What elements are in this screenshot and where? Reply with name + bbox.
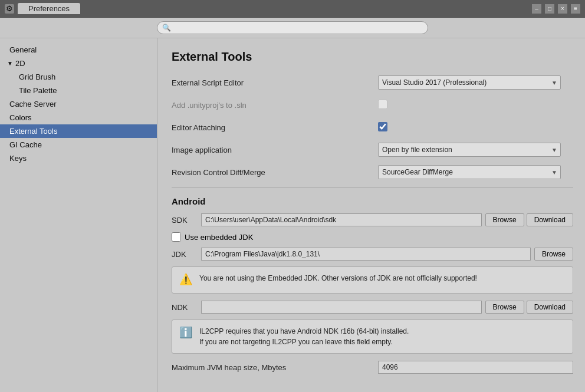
revision-dropdown-wrapper: SourceGear DiffMerge TortoiseMerge WinMe… [378, 165, 561, 179]
section-divider [172, 187, 573, 188]
sidebar-item-keys[interactable]: Keys [0, 151, 157, 165]
ndk-buttons: Browse Download [485, 301, 573, 314]
sidebar-item-colors[interactable]: Colors [0, 111, 157, 124]
warning-icon: ⚠️ [179, 273, 193, 287]
search-icon: 🔍 [162, 24, 171, 32]
sidebar-item-general[interactable]: General [0, 43, 157, 57]
title-bar: ⚙ Preferences – □ × ≡ [0, 0, 585, 18]
sdk-row: SDK Browse Download [172, 213, 573, 226]
ndk-info-line2: If you are not targeting IL2CPP you can … [199, 338, 393, 346]
image-app-dropdown-wrapper: Open by file extension Adobe Photoshop G… [378, 143, 561, 157]
editor-attaching-label: Editor Attaching [172, 123, 378, 132]
sidebar-item-cache-server[interactable]: Cache Server [0, 97, 157, 111]
sdk-buttons: Browse Download [485, 213, 573, 226]
jdk-warning-text: You are not using the Embedded JDK. Othe… [199, 273, 477, 284]
sdk-download-button[interactable]: Download [527, 213, 573, 226]
jdk-warning-box: ⚠️ You are not using the Embedded JDK. O… [172, 266, 573, 294]
search-bar: 🔍 [0, 18, 585, 38]
revision-control: SourceGear DiffMerge TortoiseMerge WinMe… [378, 165, 573, 179]
embed-jdk-label: Use embedded JDK [185, 233, 253, 242]
script-editor-control: Visual Studio 2017 (Professional) Visual… [378, 75, 573, 90]
ndk-label: NDK [172, 303, 201, 312]
add-unityproj-control [378, 100, 573, 111]
android-heading: Android [172, 196, 573, 206]
image-app-dropdown[interactable]: Open by file extension Adobe Photoshop G… [378, 143, 561, 157]
ndk-row: NDK Browse Download [172, 301, 573, 314]
jdk-row: JDK Browse [172, 248, 573, 261]
arrow-icon: ▼ [7, 60, 13, 67]
sidebar-item-external-tools[interactable]: External Tools [0, 124, 157, 138]
add-unityproj-row: Add .unityproj's to .sln [172, 98, 573, 112]
maximize-button[interactable]: □ [545, 4, 554, 14]
ndk-info-text: IL2CPP requires that you have Android ND… [199, 326, 409, 347]
script-editor-dropdown[interactable]: Visual Studio 2017 (Professional) Visual… [378, 75, 561, 90]
sidebar-item-gi-cache[interactable]: GI Cache [0, 138, 157, 151]
embed-jdk-checkbox[interactable] [172, 232, 181, 242]
script-editor-label: External Script Editor [172, 78, 378, 87]
sidebar-item-2d-label: 2D [15, 59, 25, 68]
ndk-path-input[interactable] [201, 301, 482, 314]
gear-icon: ⚙ [5, 4, 14, 14]
minimize-button[interactable]: – [532, 4, 541, 14]
ndk-info-box: ℹ️ IL2CPP requires that you have Android… [172, 319, 573, 354]
jdk-buttons: Browse [534, 248, 573, 261]
search-input[interactable] [157, 21, 428, 34]
ndk-download-button[interactable]: Download [527, 301, 573, 314]
main-layout: General ▼ 2D Grid Brush Tile Palette Cac… [0, 38, 585, 392]
page-title: External Tools [172, 50, 573, 64]
title-tab[interactable]: Preferences [18, 3, 80, 14]
revision-row: Revision Control Diff/Merge SourceGear D… [172, 165, 573, 179]
info-icon: ℹ️ [179, 326, 193, 340]
editor-attaching-row: Editor Attaching [172, 120, 573, 134]
heap-input[interactable] [378, 361, 573, 374]
sdk-browse-button[interactable]: Browse [485, 213, 524, 226]
sidebar-item-tile-palette[interactable]: Tile Palette [0, 84, 157, 97]
close-button[interactable]: × [558, 4, 567, 14]
add-unityproj-label: Add .unityproj's to .sln [172, 101, 378, 110]
script-editor-row: External Script Editor Visual Studio 201… [172, 75, 573, 90]
sidebar: General ▼ 2D Grid Brush Tile Palette Cac… [0, 38, 157, 392]
sdk-label: SDK [172, 216, 201, 225]
sidebar-item-grid-brush[interactable]: Grid Brush [0, 70, 157, 84]
menu-button[interactable]: ≡ [571, 4, 580, 14]
title-bar-left: ⚙ Preferences [5, 3, 80, 14]
heap-label: Maximum JVM heap size, Mbytes [172, 363, 378, 372]
embed-jdk-row: Use embedded JDK [172, 232, 573, 242]
script-editor-dropdown-wrapper: Visual Studio 2017 (Professional) Visual… [378, 75, 561, 90]
ndk-info-line1: IL2CPP requires that you have Android ND… [199, 327, 409, 335]
sdk-path-input[interactable] [201, 213, 482, 226]
content-area: External Tools External Script Editor Vi… [157, 38, 585, 392]
image-app-label: Image application [172, 146, 378, 154]
heap-row: Maximum JVM heap size, Mbytes [172, 361, 573, 374]
image-app-row: Image application Open by file extension… [172, 143, 573, 157]
jdk-label: JDK [172, 250, 201, 259]
window-controls: – □ × ≡ [532, 4, 580, 14]
revision-label: Revision Control Diff/Merge [172, 168, 378, 177]
add-unityproj-checkbox[interactable] [378, 100, 387, 109]
sidebar-item-2d[interactable]: ▼ 2D [0, 57, 157, 70]
ndk-browse-button[interactable]: Browse [485, 301, 524, 314]
editor-attaching-control [378, 122, 573, 133]
revision-dropdown[interactable]: SourceGear DiffMerge TortoiseMerge WinMe… [378, 165, 561, 179]
jdk-path-input[interactable] [201, 248, 531, 261]
search-wrapper: 🔍 [157, 21, 428, 34]
editor-attaching-checkbox[interactable] [378, 122, 387, 131]
image-app-control: Open by file extension Adobe Photoshop G… [378, 143, 573, 157]
jdk-browse-button[interactable]: Browse [534, 248, 573, 261]
